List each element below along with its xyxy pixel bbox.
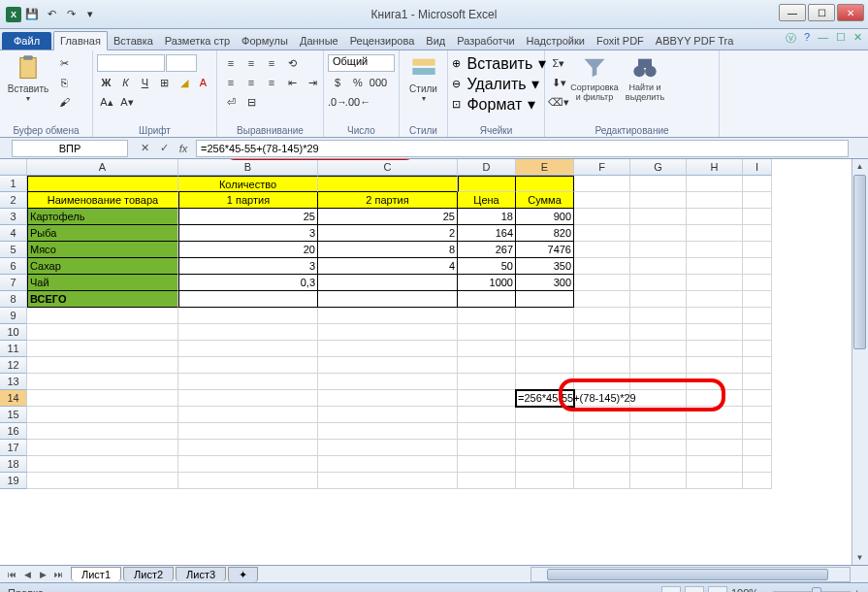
cell-G14[interactable] bbox=[630, 390, 687, 407]
comma-icon[interactable]: 000 bbox=[369, 74, 388, 91]
doc-restore-icon[interactable]: ☐ bbox=[836, 31, 846, 46]
cell-D19[interactable] bbox=[458, 473, 516, 489]
col-header-G[interactable]: G bbox=[630, 159, 687, 176]
decrease-font-icon[interactable]: A▾ bbox=[117, 93, 137, 111]
align-middle-icon[interactable]: ≡ bbox=[241, 54, 261, 72]
cell-H4[interactable] bbox=[687, 225, 743, 242]
cell-B15[interactable] bbox=[178, 407, 318, 423]
row-header-3[interactable]: 3 bbox=[0, 209, 27, 225]
cell-A10[interactable] bbox=[27, 324, 178, 341]
cell-H7[interactable] bbox=[687, 275, 743, 291]
sheet-tab-1[interactable]: Лист1 bbox=[71, 567, 121, 581]
cell-A4[interactable]: Рыба bbox=[27, 225, 178, 242]
cell-C7[interactable] bbox=[318, 275, 458, 291]
cell-D17[interactable] bbox=[458, 440, 516, 456]
cell-D4[interactable]: 164 bbox=[458, 225, 516, 242]
col-header-C[interactable]: C bbox=[318, 159, 458, 176]
sheet-tab-3[interactable]: Лист3 bbox=[176, 567, 226, 581]
cell-D14[interactable] bbox=[458, 390, 516, 407]
cell-E2[interactable]: Сумма bbox=[516, 192, 574, 209]
wrap-text-icon[interactable]: ⏎ bbox=[221, 93, 241, 111]
format-cells-button[interactable]: ⊡ Формат ▾ bbox=[452, 95, 540, 114]
cell-I6[interactable] bbox=[743, 258, 772, 275]
cell-D16[interactable] bbox=[458, 423, 516, 440]
cell-C6[interactable]: 4 bbox=[318, 258, 458, 275]
cell-C12[interactable] bbox=[318, 357, 458, 374]
cell-F2[interactable] bbox=[574, 192, 630, 209]
fill-icon[interactable]: ⬇▾ bbox=[549, 74, 568, 91]
sheet-nav-next-icon[interactable]: ▶ bbox=[35, 568, 50, 581]
clear-icon[interactable]: ⌫▾ bbox=[549, 93, 568, 111]
cell-E19[interactable] bbox=[516, 473, 574, 489]
cell-B18[interactable] bbox=[178, 456, 318, 473]
cell-F12[interactable] bbox=[574, 357, 630, 374]
cancel-formula-icon[interactable]: ✕ bbox=[136, 140, 153, 157]
cell-D9[interactable] bbox=[458, 308, 516, 324]
cut-icon[interactable]: ✂ bbox=[54, 54, 74, 72]
cell-C18[interactable] bbox=[318, 456, 458, 473]
cell-E4[interactable]: 820 bbox=[516, 225, 574, 242]
cell-F8[interactable] bbox=[574, 291, 630, 308]
cell-I9[interactable] bbox=[743, 308, 772, 324]
cell-G18[interactable] bbox=[630, 456, 687, 473]
cell-I14[interactable] bbox=[743, 390, 772, 407]
cell-B17[interactable] bbox=[178, 440, 318, 456]
cell-I8[interactable] bbox=[743, 291, 772, 308]
find-select-button[interactable]: Найти и выделить bbox=[621, 52, 669, 103]
cell-C17[interactable] bbox=[318, 440, 458, 456]
cell-E3[interactable]: 900 bbox=[516, 209, 574, 225]
col-header-F[interactable]: F bbox=[574, 159, 630, 176]
row-header-19[interactable]: 19 bbox=[0, 473, 27, 489]
row-header-16[interactable]: 16 bbox=[0, 423, 27, 440]
cell-A17[interactable] bbox=[27, 440, 178, 456]
sheet-nav-last-icon[interactable]: ⏭ bbox=[50, 568, 66, 581]
cell-I12[interactable] bbox=[743, 357, 772, 374]
cell-F15[interactable] bbox=[574, 407, 630, 423]
italic-button[interactable]: К bbox=[116, 74, 135, 91]
increase-font-icon[interactable]: A▴ bbox=[97, 93, 116, 111]
help-icon[interactable]: ? bbox=[804, 31, 810, 46]
active-edit-cell[interactable]: =256*45-55+(78-145)*29 bbox=[516, 390, 574, 407]
row-header-14[interactable]: 14 bbox=[0, 390, 27, 407]
cell-I15[interactable] bbox=[743, 407, 772, 423]
row-header-13[interactable]: 13 bbox=[0, 374, 27, 390]
cell-F16[interactable] bbox=[574, 423, 630, 440]
cell-D2[interactable]: Цена bbox=[458, 192, 516, 209]
cell-H1[interactable] bbox=[687, 176, 743, 192]
percent-icon[interactable]: % bbox=[348, 74, 368, 91]
cell-G8[interactable] bbox=[630, 291, 687, 308]
cell-E16[interactable] bbox=[516, 423, 574, 440]
zoom-in-icon[interactable]: + bbox=[854, 587, 860, 593]
cell-I7[interactable] bbox=[743, 275, 772, 291]
col-header-B[interactable]: B bbox=[178, 159, 318, 176]
cell-A14[interactable] bbox=[27, 390, 178, 407]
delete-cells-button[interactable]: ⊖ Удалить ▾ bbox=[452, 75, 540, 93]
cell-C10[interactable] bbox=[318, 324, 458, 341]
row-header-18[interactable]: 18 bbox=[0, 456, 27, 473]
cell-A19[interactable] bbox=[27, 473, 178, 489]
cell-H10[interactable] bbox=[687, 324, 743, 341]
formula-input[interactable]: =256*45-55+(78-145)*29 bbox=[196, 140, 849, 157]
qat-dropdown-icon[interactable]: ▾ bbox=[81, 6, 99, 23]
cell-F1[interactable] bbox=[574, 176, 630, 192]
cell-I17[interactable] bbox=[743, 440, 772, 456]
cell-D6[interactable]: 50 bbox=[458, 258, 516, 275]
cell-H6[interactable] bbox=[687, 258, 743, 275]
cell-B7[interactable]: 0,3 bbox=[178, 275, 318, 291]
cell-D8[interactable] bbox=[458, 291, 516, 308]
cell-I3[interactable] bbox=[743, 209, 772, 225]
maximize-button[interactable]: ☐ bbox=[808, 4, 835, 21]
cell-C5[interactable]: 8 bbox=[318, 242, 458, 258]
cell-G12[interactable] bbox=[630, 357, 687, 374]
enter-formula-icon[interactable]: ✓ bbox=[155, 140, 173, 157]
zoom-out-icon[interactable]: − bbox=[762, 587, 768, 593]
tab-data[interactable]: Данные bbox=[294, 32, 344, 49]
cell-B10[interactable] bbox=[178, 324, 318, 341]
cell-C3[interactable]: 25 bbox=[318, 209, 458, 225]
cell-B8[interactable] bbox=[178, 291, 318, 308]
indent-increase-icon[interactable]: ⇥ bbox=[303, 74, 322, 91]
cell-F5[interactable] bbox=[574, 242, 630, 258]
align-right-icon[interactable]: ≡ bbox=[262, 74, 281, 91]
cell-G7[interactable] bbox=[630, 275, 687, 291]
doc-minimize-icon[interactable]: — bbox=[818, 31, 828, 46]
